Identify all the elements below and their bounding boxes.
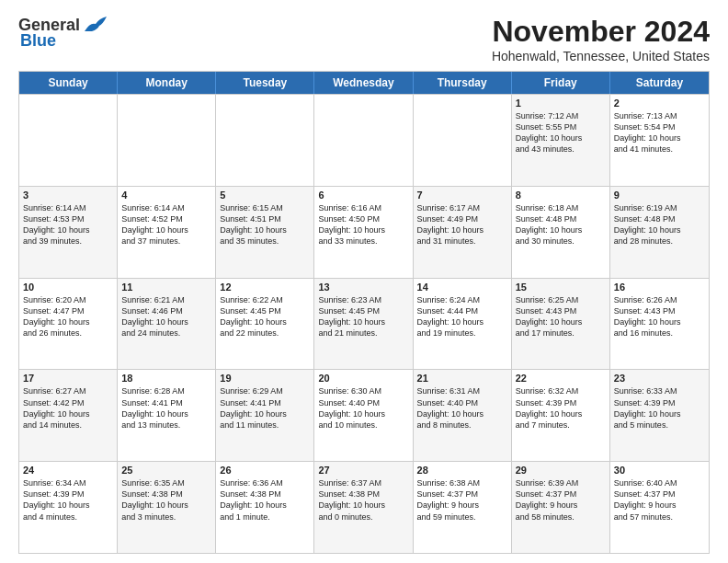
- header: General Blue November 2024 Hohenwald, Te…: [18, 15, 710, 63]
- calendar-week-2: 3Sunrise: 6:14 AM Sunset: 4:53 PM Daylig…: [19, 186, 709, 278]
- calendar-cell: 26Sunrise: 6:36 AM Sunset: 4:38 PM Dayli…: [216, 462, 314, 553]
- cell-info: Sunrise: 6:36 AM Sunset: 4:38 PM Dayligh…: [220, 477, 310, 523]
- calendar-cell: 25Sunrise: 6:35 AM Sunset: 4:38 PM Dayli…: [118, 462, 216, 553]
- calendar-cell: 5Sunrise: 6:15 AM Sunset: 4:51 PM Daylig…: [216, 187, 314, 278]
- day-header-thursday: Thursday: [414, 72, 512, 94]
- calendar-cell: 14Sunrise: 6:24 AM Sunset: 4:44 PM Dayli…: [414, 279, 512, 370]
- day-number: 4: [121, 190, 211, 201]
- calendar-cell: 19Sunrise: 6:29 AM Sunset: 4:41 PM Dayli…: [216, 370, 314, 461]
- calendar-cell: 29Sunrise: 6:39 AM Sunset: 4:37 PM Dayli…: [512, 462, 610, 553]
- calendar-cell: [216, 95, 314, 186]
- cell-info: Sunrise: 6:24 AM Sunset: 4:44 PM Dayligh…: [417, 294, 507, 339]
- calendar-cell: 4Sunrise: 6:14 AM Sunset: 4:52 PM Daylig…: [118, 187, 216, 278]
- day-number: 27: [318, 465, 408, 476]
- cell-info: Sunrise: 6:33 AM Sunset: 4:39 PM Dayligh…: [614, 385, 705, 431]
- calendar-cell: 23Sunrise: 6:33 AM Sunset: 4:39 PM Dayli…: [610, 370, 709, 461]
- cell-info: Sunrise: 6:19 AM Sunset: 4:48 PM Dayligh…: [614, 202, 705, 247]
- logo: General Blue: [18, 15, 108, 51]
- cell-info: Sunrise: 6:14 AM Sunset: 4:52 PM Dayligh…: [121, 202, 211, 247]
- calendar-week-4: 17Sunrise: 6:27 AM Sunset: 4:42 PM Dayli…: [19, 369, 709, 461]
- day-number: 1: [516, 98, 606, 109]
- day-number: 19: [220, 373, 310, 384]
- day-number: 6: [318, 190, 408, 201]
- day-number: 18: [121, 373, 211, 384]
- location: Hohenwald, Tennessee, United States: [492, 49, 710, 63]
- cell-info: Sunrise: 6:37 AM Sunset: 4:38 PM Dayligh…: [318, 477, 408, 523]
- logo-blue: Blue: [20, 31, 56, 51]
- calendar-cell: 1Sunrise: 7:12 AM Sunset: 5:55 PM Daylig…: [512, 95, 610, 186]
- day-header-monday: Monday: [118, 72, 216, 94]
- day-number: 24: [23, 465, 113, 476]
- day-number: 14: [417, 282, 507, 293]
- cell-info: Sunrise: 6:29 AM Sunset: 4:41 PM Dayligh…: [220, 385, 310, 431]
- cell-info: Sunrise: 6:28 AM Sunset: 4:41 PM Dayligh…: [121, 385, 211, 431]
- calendar-cell: 18Sunrise: 6:28 AM Sunset: 4:41 PM Dayli…: [118, 370, 216, 461]
- cell-info: Sunrise: 6:32 AM Sunset: 4:39 PM Dayligh…: [516, 385, 606, 431]
- cell-info: Sunrise: 6:18 AM Sunset: 4:48 PM Dayligh…: [516, 202, 606, 247]
- day-number: 28: [417, 465, 507, 476]
- cell-info: Sunrise: 6:14 AM Sunset: 4:53 PM Dayligh…: [23, 202, 113, 247]
- calendar-cell: 17Sunrise: 6:27 AM Sunset: 4:42 PM Dayli…: [19, 370, 118, 461]
- day-number: 30: [614, 465, 705, 476]
- calendar-cell: [19, 95, 118, 186]
- day-number: 16: [614, 282, 705, 293]
- calendar-body: 1Sunrise: 7:12 AM Sunset: 5:55 PM Daylig…: [19, 94, 709, 553]
- calendar-week-3: 10Sunrise: 6:20 AM Sunset: 4:47 PM Dayli…: [19, 278, 709, 370]
- cell-info: Sunrise: 6:34 AM Sunset: 4:39 PM Dayligh…: [23, 477, 113, 523]
- calendar-cell: 11Sunrise: 6:21 AM Sunset: 4:46 PM Dayli…: [118, 279, 216, 370]
- title-block: November 2024 Hohenwald, Tennessee, Unit…: [492, 15, 710, 63]
- cell-info: Sunrise: 6:15 AM Sunset: 4:51 PM Dayligh…: [220, 202, 310, 247]
- calendar-cell: 16Sunrise: 6:26 AM Sunset: 4:43 PM Dayli…: [610, 279, 709, 370]
- day-number: 21: [417, 373, 507, 384]
- day-number: 9: [614, 190, 705, 201]
- calendar-week-5: 24Sunrise: 6:34 AM Sunset: 4:39 PM Dayli…: [19, 461, 709, 553]
- calendar: SundayMondayTuesdayWednesdayThursdayFrid…: [18, 71, 710, 554]
- calendar-cell: 20Sunrise: 6:30 AM Sunset: 4:40 PM Dayli…: [314, 370, 413, 461]
- day-header-sunday: Sunday: [19, 72, 118, 94]
- day-number: 10: [23, 282, 113, 293]
- cell-info: Sunrise: 6:23 AM Sunset: 4:45 PM Dayligh…: [318, 294, 408, 339]
- day-number: 25: [121, 465, 211, 476]
- calendar-cell: [414, 95, 512, 186]
- cell-info: Sunrise: 6:26 AM Sunset: 4:43 PM Dayligh…: [614, 294, 705, 339]
- day-header-tuesday: Tuesday: [216, 72, 314, 94]
- day-number: 13: [318, 282, 408, 293]
- calendar-cell: 7Sunrise: 6:17 AM Sunset: 4:49 PM Daylig…: [414, 187, 512, 278]
- calendar-cell: 22Sunrise: 6:32 AM Sunset: 4:39 PM Dayli…: [512, 370, 610, 461]
- calendar-week-1: 1Sunrise: 7:12 AM Sunset: 5:55 PM Daylig…: [19, 94, 709, 186]
- day-number: 23: [614, 373, 705, 384]
- day-number: 15: [516, 282, 606, 293]
- cell-info: Sunrise: 6:38 AM Sunset: 4:37 PM Dayligh…: [417, 477, 507, 523]
- day-number: 8: [516, 190, 606, 201]
- cell-info: Sunrise: 6:35 AM Sunset: 4:38 PM Dayligh…: [121, 477, 211, 523]
- month-title: November 2024: [492, 15, 710, 49]
- calendar-cell: 30Sunrise: 6:40 AM Sunset: 4:37 PM Dayli…: [610, 462, 709, 553]
- calendar-cell: 10Sunrise: 6:20 AM Sunset: 4:47 PM Dayli…: [19, 279, 118, 370]
- cell-info: Sunrise: 6:40 AM Sunset: 4:37 PM Dayligh…: [614, 477, 705, 523]
- day-number: 11: [121, 282, 211, 293]
- calendar-cell: 6Sunrise: 6:16 AM Sunset: 4:50 PM Daylig…: [314, 187, 413, 278]
- calendar-cell: 15Sunrise: 6:25 AM Sunset: 4:43 PM Dayli…: [512, 279, 610, 370]
- cell-info: Sunrise: 6:16 AM Sunset: 4:50 PM Dayligh…: [318, 202, 408, 247]
- calendar-cell: 2Sunrise: 7:13 AM Sunset: 5:54 PM Daylig…: [610, 95, 709, 186]
- calendar-cell: 13Sunrise: 6:23 AM Sunset: 4:45 PM Dayli…: [314, 279, 413, 370]
- cell-info: Sunrise: 6:31 AM Sunset: 4:40 PM Dayligh…: [417, 385, 507, 431]
- day-number: 20: [318, 373, 408, 384]
- page: General Blue November 2024 Hohenwald, Te…: [0, 0, 728, 563]
- cell-info: Sunrise: 6:27 AM Sunset: 4:42 PM Dayligh…: [23, 385, 113, 431]
- cell-info: Sunrise: 7:12 AM Sunset: 5:55 PM Dayligh…: [516, 110, 606, 155]
- day-number: 29: [516, 465, 606, 476]
- calendar-cell: [118, 95, 216, 186]
- calendar-cell: [314, 95, 413, 186]
- calendar-cell: 3Sunrise: 6:14 AM Sunset: 4:53 PM Daylig…: [19, 187, 118, 278]
- calendar-cell: 24Sunrise: 6:34 AM Sunset: 4:39 PM Dayli…: [19, 462, 118, 553]
- calendar-header: SundayMondayTuesdayWednesdayThursdayFrid…: [19, 72, 709, 94]
- day-header-saturday: Saturday: [610, 72, 709, 94]
- cell-info: Sunrise: 7:13 AM Sunset: 5:54 PM Dayligh…: [614, 110, 705, 155]
- cell-info: Sunrise: 6:20 AM Sunset: 4:47 PM Dayligh…: [23, 294, 113, 339]
- day-number: 2: [614, 98, 705, 109]
- day-header-wednesday: Wednesday: [314, 72, 413, 94]
- cell-info: Sunrise: 6:17 AM Sunset: 4:49 PM Dayligh…: [417, 202, 507, 247]
- day-number: 17: [23, 373, 113, 384]
- cell-info: Sunrise: 6:25 AM Sunset: 4:43 PM Dayligh…: [516, 294, 606, 339]
